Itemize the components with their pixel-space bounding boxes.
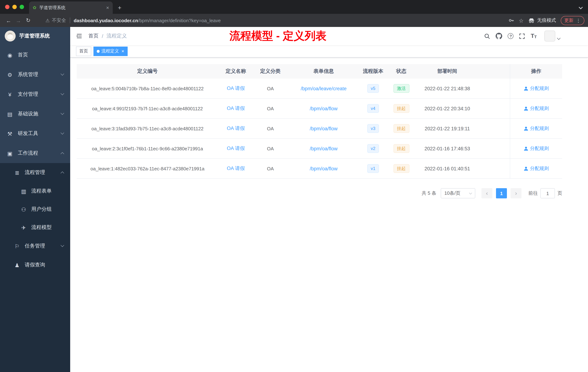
sidebar-item-user-groups[interactable]: ⚇ 用户分组 [0,200,70,219]
sidebar-item-label: 系统管理 [18,71,38,78]
assign-rule-button[interactable]: 分配规则 [524,165,549,172]
page-size-select[interactable]: 10条/页 [441,188,475,198]
next-page-button[interactable]: › [511,188,521,198]
help-icon[interactable]: ? [508,33,514,39]
app-navbar: 首页 / 流程定义 流程模型 - 定义列表 [70,27,588,45]
infrastructure-icon: ▤ [7,111,13,117]
tag-home[interactable]: 首页 [76,46,91,56]
prev-page-button[interactable]: ‹ [482,188,492,198]
forward-button[interactable]: → [13,17,23,23]
main: 首页 / 流程定义 流程模型 - 定义列表 [70,27,588,372]
table-row: oa_leave:4:991f2193-7b7f-11ec-a3c8-acde4… [77,99,562,119]
table-row: oa_leave:3:1fad3d93-7b75-11ec-a3c8-acde4… [77,119,562,139]
browser-toolbar: ← → ↻ ⚠ 不安全 dashboard.yudao.iocoder.cn/b… [0,14,588,27]
address-bar[interactable]: dashboard.yudao.iocoder.cn/bpm/manager/d… [74,18,221,23]
definition-name-link[interactable]: OA 请假 [227,86,245,91]
form-link[interactable]: /bpm/oa/flow [310,166,337,171]
form-link[interactable]: /bpm/oa/flow [310,146,337,151]
status-badge: 挂起 [393,104,409,113]
definition-name-link[interactable]: OA 请假 [227,106,245,111]
bookmark-star-icon[interactable]: ☆ [519,18,524,23]
browser-tab-strip: ✿ 芋道管理系统 × + [0,0,588,14]
version-badge: v3 [367,124,379,133]
incognito-label: 无痕模式 [537,17,556,24]
sidebar-item-label: 首页 [18,52,28,58]
github-icon[interactable] [496,33,502,39]
chevron-down-icon [61,111,64,115]
sidebar-item-process-management[interactable]: ≣ 流程管理 [0,163,70,182]
group-icon: ⚇ [20,207,27,212]
back-button[interactable]: ← [4,17,13,23]
chevron-up-icon [61,152,64,156]
sidebar-top-section: 芋道管理系统 ◉ 首页 ⚙ 系统管理 ¥ 支付管理 ▤ [0,27,70,163]
assign-rule-button[interactable]: 分配规则 [524,125,549,132]
form-link[interactable]: /bpm/oa/flow [310,106,337,111]
form-link[interactable]: /bpm/oa/flow [310,126,337,131]
font-size-icon[interactable]: TT [531,33,537,39]
sidebar-item-system[interactable]: ⚙ 系统管理 [0,65,70,85]
definition-category: OA [253,86,287,91]
window-minimize-button[interactable] [12,5,17,9]
sidebar-item-leave-query[interactable]: ♟ 请假查询 [0,255,70,274]
table-row: oa_leave:5:004b710b-7b8a-11ec-8ef0-acde4… [77,79,562,99]
goto-page-input[interactable] [540,188,555,198]
sidebar-item-task-management[interactable]: ⚐ 任务管理 [0,237,70,255]
column-header: 定义名称 [218,68,253,75]
reload-button[interactable]: ↻ [23,17,33,24]
form-link[interactable]: /bpm/oa/leave/create [301,86,346,91]
browser-menu-icon[interactable]: ⋮ [576,18,581,23]
search-icon[interactable] [484,33,490,39]
tab-search-chevron-icon[interactable] [579,5,583,10]
sidebar-item-label: 基础设施 [18,111,38,117]
update-label: 更新 [564,17,573,23]
tag-label: 首页 [79,48,88,54]
dashboard-icon: ◉ [7,52,13,58]
definition-category: OA [253,106,287,111]
sidebar-item-process-models[interactable]: ✈ 流程模型 [0,219,70,237]
breadcrumb-home[interactable]: 首页 [88,33,99,39]
fullscreen-icon[interactable] [519,33,525,39]
key-icon[interactable] [508,17,514,23]
sidebar-item-home[interactable]: ◉ 首页 [0,45,70,65]
warning-icon: ⚠ [45,18,50,23]
gear-icon: ⚙ [7,72,13,77]
sidebar-item-process-forms[interactable]: ▥ 流程表单 [0,182,70,200]
new-tab-button[interactable]: + [118,5,121,11]
table-row: oa_leave:1:482ec033-762a-11ec-8477-a2380… [77,159,562,179]
list-icon: ≣ [14,170,20,175]
window-controls [0,0,29,14]
window-zoom-button[interactable] [20,5,24,9]
status-badge: 激活 [393,84,409,93]
tab-close-icon[interactable]: × [106,5,109,10]
tag-process-definition[interactable]: 流程定义 × [94,46,127,56]
sidebar-item-label: 流程表单 [31,188,52,194]
not-secure-label: 不安全 [52,17,66,24]
user-menu[interactable] [544,31,560,42]
active-dot [97,50,100,53]
page-number-1[interactable]: 1 [496,188,507,198]
definition-name-link[interactable]: OA 请假 [227,166,245,171]
sidebar-item-payment[interactable]: ¥ 支付管理 [0,85,70,104]
assign-rule-button[interactable]: 分配规则 [524,145,549,152]
window-close-button[interactable] [5,5,10,9]
sidebar-toggle-icon[interactable] [76,33,83,39]
flag-icon: ⚐ [14,243,20,249]
chevron-down-icon [61,91,64,95]
browser-tab[interactable]: ✿ 芋道管理系统 × [29,1,113,14]
security-indicator[interactable]: ⚠ 不安全 [45,17,66,24]
sidebar-item-label: 流程管理 [25,169,45,176]
logo-row[interactable]: 芋道管理系统 [0,27,70,45]
url-path: /bpm/manager/definition?key=oa_leave [138,18,221,23]
assign-rule-button[interactable]: 分配规则 [524,85,549,92]
sidebar-item-label: 流程模型 [31,224,52,231]
tag-close-icon[interactable]: × [121,49,124,54]
update-chip[interactable]: 更新 ⋮ [561,16,584,25]
sidebar-item-devtools[interactable]: ⚒ 研发工具 [0,124,70,143]
sidebar-item-workflow[interactable]: ▣ 工作流程 [0,143,70,163]
user-icon [524,106,528,111]
sidebar-item-infrastructure[interactable]: ▤ 基础设施 [0,104,70,124]
definition-name-link[interactable]: OA 请假 [227,146,245,151]
assign-rule-button[interactable]: 分配规则 [524,105,549,112]
definition-name-link[interactable]: OA 请假 [227,126,245,131]
definition-category: OA [253,126,287,131]
